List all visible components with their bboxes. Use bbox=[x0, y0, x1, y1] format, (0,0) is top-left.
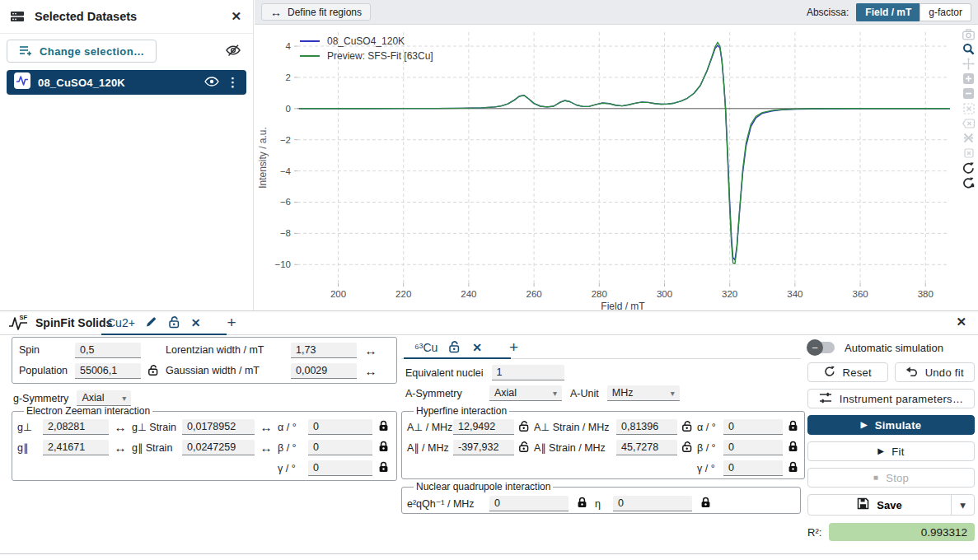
undo-fit-label: Undo fit bbox=[925, 366, 964, 379]
a-par-input[interactable]: -397,932 bbox=[453, 440, 514, 455]
a-perp-input[interactable]: 12,9492 bbox=[453, 419, 514, 435]
ez-beta-input[interactable]: 0 bbox=[308, 440, 372, 455]
zoom-in-icon[interactable] bbox=[961, 72, 976, 86]
g-perp-strain-input[interactable]: 0,0178952 bbox=[182, 419, 255, 435]
lock-closed-icon bbox=[788, 441, 798, 455]
lorentzian-range-control[interactable]: ↔ bbox=[362, 344, 380, 357]
zoom-box-icon[interactable] bbox=[961, 101, 976, 115]
zoom-back-icon[interactable] bbox=[961, 116, 976, 130]
stop-button[interactable]: ■ Stop bbox=[807, 468, 975, 488]
add-nucleus-button[interactable]: + bbox=[509, 338, 518, 357]
reset-icon bbox=[824, 366, 835, 380]
instrument-parameters-button[interactable]: Instrument parameters… bbox=[807, 389, 975, 408]
g-symmetry-value: Axial bbox=[82, 392, 104, 404]
snapshot-camera-icon[interactable] bbox=[961, 27, 976, 41]
undo-fit-button[interactable]: Undo fit bbox=[895, 362, 976, 382]
rename-spin-system-button[interactable] bbox=[145, 315, 158, 330]
close-icon: ✕ bbox=[231, 9, 241, 24]
g-par-range-control[interactable]: ↔ bbox=[113, 441, 128, 454]
dataset-menu-button[interactable]: ⋮ bbox=[227, 75, 239, 90]
g-perp-range-control[interactable]: ↔ bbox=[113, 421, 128, 433]
a-perp-strain-input[interactable]: 0,81396 bbox=[616, 419, 677, 435]
g-par-strain-input[interactable]: 0,0247259 bbox=[182, 440, 255, 455]
hide-all-datasets-button[interactable] bbox=[225, 44, 241, 59]
population-input[interactable]: 55006,1 bbox=[75, 363, 141, 379]
rescale-axes-icon[interactable] bbox=[961, 175, 976, 189]
ez-alpha-lock-button[interactable] bbox=[377, 420, 390, 434]
svg-text:240: 240 bbox=[461, 289, 476, 299]
a-perp-lock-button[interactable] bbox=[517, 420, 531, 434]
close-nucleus-tab-button[interactable]: ✕ bbox=[472, 341, 482, 354]
hf-beta-lock-button[interactable] bbox=[786, 441, 799, 455]
eta-input[interactable]: 0 bbox=[613, 496, 692, 511]
change-selection-button[interactable]: Change selection… bbox=[7, 40, 157, 63]
simulate-button[interactable]: ▶ Simulate bbox=[807, 415, 975, 435]
fit-button[interactable]: ▶ Fit bbox=[807, 441, 975, 461]
lock-nucleus-button[interactable] bbox=[448, 340, 461, 356]
nucleus-tabs: ⁶³Cu ✕ + bbox=[414, 337, 518, 358]
g-perp-input[interactable]: 2,08281 bbox=[43, 419, 109, 435]
datasets-panel-title: Selected Datasets bbox=[35, 10, 221, 23]
svg-text:Field / mT: Field / mT bbox=[601, 301, 645, 310]
g-perp-strain-range-control[interactable]: ↔ bbox=[259, 421, 274, 433]
define-fit-regions-button[interactable]: ↔ Define fit regions bbox=[261, 3, 371, 21]
add-spin-system-button[interactable]: + bbox=[227, 314, 236, 332]
hf-gamma-lock-button[interactable] bbox=[786, 461, 799, 475]
population-lock-button[interactable] bbox=[146, 364, 161, 378]
close-spinfit-panel-button[interactable]: ✕ bbox=[956, 315, 966, 329]
gaussian-width-input[interactable]: 0,0029 bbox=[291, 363, 357, 379]
abscissa-gfactor-button[interactable]: g-factor bbox=[920, 3, 971, 21]
r2-label: R²: bbox=[807, 526, 821, 539]
hf-gamma-input[interactable]: 0 bbox=[723, 460, 783, 476]
lorentzian-width-input[interactable]: 1,73 bbox=[291, 343, 357, 358]
zoom-out-icon[interactable] bbox=[961, 86, 976, 100]
equivalent-nuclei-label: Equivalent nuclei bbox=[405, 367, 484, 379]
ez-gamma-lock-button[interactable] bbox=[377, 461, 390, 475]
hf-beta-input[interactable]: 0 bbox=[723, 440, 783, 455]
a-perp-strain-lock-button[interactable] bbox=[681, 420, 694, 434]
a-par-lock-button[interactable] bbox=[517, 441, 531, 455]
save-button[interactable]: Save bbox=[808, 495, 951, 515]
dataset-row[interactable]: 08_CuSO4_120K ⋮ bbox=[7, 70, 246, 95]
ez-gamma-input[interactable]: 0 bbox=[308, 460, 372, 476]
eta-lock-button[interactable] bbox=[699, 497, 712, 511]
abscissa-field-button[interactable]: Field / mT bbox=[856, 3, 920, 21]
pan-icon[interactable] bbox=[961, 57, 976, 71]
waveform-icon bbox=[14, 72, 30, 92]
tab-spin-system[interactable]: Cu2+ bbox=[107, 316, 135, 329]
reset-label: Reset bbox=[843, 366, 872, 379]
autoscale-icon[interactable] bbox=[961, 161, 976, 175]
spin-label: Spin bbox=[19, 344, 70, 356]
spin-input[interactable]: 0,5 bbox=[75, 343, 141, 358]
delete-region-icon[interactable] bbox=[961, 146, 976, 160]
lock-spin-system-button[interactable] bbox=[168, 315, 181, 331]
g-par-strain-range-control[interactable]: ↔ bbox=[259, 441, 274, 454]
electron-zeeman-legend: Electron Zeeman interaction bbox=[24, 405, 152, 417]
svg-text:Intensity / a.u.: Intensity / a.u. bbox=[257, 127, 269, 189]
dataset-visibility-button[interactable] bbox=[204, 77, 219, 89]
hf-alpha-input[interactable]: 0 bbox=[723, 419, 783, 435]
clear-regions-icon[interactable] bbox=[961, 131, 976, 145]
a-symmetry-select[interactable]: Axial ▾ bbox=[489, 385, 562, 401]
e2qq-input[interactable]: 0 bbox=[489, 496, 569, 511]
zoom-icon[interactable] bbox=[961, 42, 976, 56]
save-options-button[interactable]: ▾ bbox=[951, 495, 974, 515]
automatic-simulation-toggle[interactable]: − bbox=[810, 342, 835, 353]
reset-button[interactable]: Reset bbox=[807, 362, 888, 382]
hf-alpha-lock-button[interactable] bbox=[786, 420, 799, 434]
tab-nucleus-63cu[interactable]: ⁶³Cu bbox=[414, 341, 438, 354]
a-par-strain-input[interactable]: 45,7278 bbox=[616, 440, 677, 455]
a-par-strain-lock-button[interactable] bbox=[681, 441, 694, 455]
ez-alpha-input[interactable]: 0 bbox=[308, 419, 372, 435]
g-par-input[interactable]: 2,41671 bbox=[43, 440, 109, 455]
define-regions-icon: ↔ bbox=[270, 7, 282, 18]
e2qq-lock-button[interactable] bbox=[575, 497, 588, 511]
g-symmetry-select[interactable]: Axial ▾ bbox=[77, 390, 131, 406]
close-spin-system-tab-button[interactable]: ✕ bbox=[191, 316, 201, 329]
equivalent-nuclei-input[interactable]: 1 bbox=[492, 365, 564, 380]
ez-beta-lock-button[interactable] bbox=[377, 441, 390, 455]
close-datasets-panel-button[interactable]: ✕ bbox=[231, 9, 241, 24]
a-unit-select[interactable]: MHz ▾ bbox=[607, 385, 680, 401]
gaussian-range-control[interactable]: ↔ bbox=[362, 365, 380, 377]
pencil-icon bbox=[145, 315, 158, 330]
